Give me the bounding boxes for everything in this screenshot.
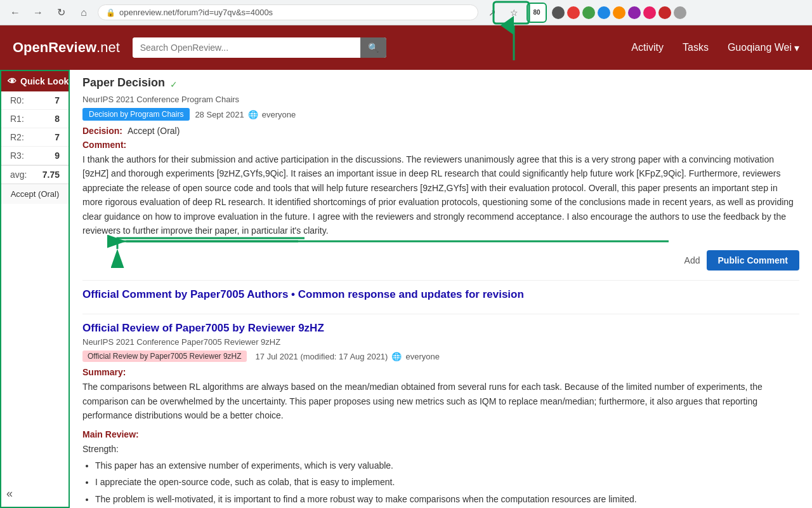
activity-link[interactable]: Activity — [631, 42, 664, 53]
search-bar: 🔍 — [133, 37, 386, 58]
globe-icon-decision: 🌐 — [248, 110, 258, 119]
quick-look-row-r3: R3: 9 — [1, 147, 69, 165]
comment-label: Comment: — [82, 140, 126, 150]
home-button[interactable]: ⌂ — [75, 4, 93, 22]
user-name: Guoqiang Wei — [728, 42, 792, 53]
address-text: openreview.net/forum?id=uy7qv&s=4000s — [119, 8, 273, 17]
quick-look-sidebar: 👁 Quick Look R0: 7 R1: 8 R2: 7 R3: 9 — [0, 70, 70, 508]
logo-bold: OpenReview — [13, 39, 96, 55]
r2-value: 7 — [55, 132, 60, 142]
r1-label: R1: — [10, 114, 24, 124]
decision-audience: everyone — [262, 110, 296, 119]
strength-list: This paper has an extensive number of ex… — [95, 458, 799, 506]
profile-circles — [552, 6, 686, 19]
address-bar[interactable]: 🔒 openreview.net/forum?id=uy7qv&s=4000s — [98, 4, 478, 20]
nav-links: Activity Tasks Guoqiang Wei ▾ — [631, 42, 799, 54]
official-review-meta: NeurIPS 2021 Conference Paper7005 Review… — [82, 337, 799, 347]
browser-actions: ↗ ☆ 80 — [483, 3, 547, 23]
collapse-sidebar-button[interactable]: « — [6, 487, 13, 500]
browser-chrome: ← → ↻ ⌂ 🔒 openreview.net/forum?id=uy7qv&… — [0, 0, 812, 25]
review-date: 17 Jul 2021 (modified: 17 Aug 2021) — [256, 352, 388, 361]
user-menu[interactable]: Guoqiang Wei ▾ — [728, 42, 799, 54]
official-comment-section: Official Comment by Paper7005 Authors • … — [82, 280, 799, 301]
decision-date: 28 Sept 2021 — [195, 110, 244, 119]
summary-text: The comparisons between RL algorithms ar… — [82, 380, 799, 422]
quick-look-rows: R0: 7 R1: 8 R2: 7 R3: 9 avg: 7.75 Accept… — [1, 91, 69, 204]
review-audience: everyone — [405, 352, 439, 361]
paper-decision-title: Paper Decision — [82, 76, 165, 90]
profile-circle-4 — [598, 6, 610, 19]
site-header: OpenReview.net 🔍 Activity Tasks Guoqiang… — [0, 25, 812, 70]
paper-decision-section: Paper Decision ✓ NeurIPS 2021 Conference… — [82, 76, 799, 237]
tasks-link[interactable]: Tasks — [683, 42, 709, 53]
summary-label: Summary: — [82, 367, 126, 377]
content-area: Paper Decision ✓ NeurIPS 2021 Conference… — [70, 70, 812, 508]
quick-look-avg-row: avg: 7.75 — [1, 165, 69, 184]
extension-button[interactable]: 80 — [527, 3, 547, 23]
profile-circle-9 — [674, 6, 686, 19]
strength-item-1: This paper has an extensive number of ex… — [95, 458, 799, 472]
quick-look-header: 👁 Quick Look — [1, 71, 69, 91]
profile-circle-8 — [658, 6, 671, 19]
comment-text: I thank the authors for their submission… — [82, 152, 799, 237]
main-container: 👁 Quick Look R0: 7 R1: 8 R2: 7 R3: 9 — [0, 70, 812, 508]
site-logo[interactable]: OpenReview.net — [13, 39, 120, 56]
public-comment-button[interactable]: Public Comment — [707, 250, 799, 271]
decision-value: Accept (Oral) — [128, 126, 180, 136]
reviewer-tag[interactable]: Official Review by Paper7005 Reviewer 9z… — [82, 351, 247, 362]
bookmark-button[interactable]: ☆ — [505, 4, 523, 22]
profile-circle-2 — [567, 6, 580, 19]
strength-label: Strength: — [82, 442, 799, 456]
profile-circle-7 — [643, 6, 656, 19]
back-button[interactable]: ← — [6, 4, 24, 22]
strength-item-3: The problem is well-motivated, it is imp… — [95, 492, 799, 506]
profile-circle-3 — [582, 6, 595, 19]
profile-circle-6 — [628, 6, 641, 19]
official-review-title[interactable]: Official Review of Paper7005 by Reviewer… — [82, 322, 799, 335]
avg-value: 7.75 — [43, 170, 60, 180]
quick-look-row-r0: R0: 7 — [1, 91, 69, 110]
official-comment-title[interactable]: Official Comment by Paper7005 Authors • … — [82, 288, 799, 301]
r2-label: R2: — [10, 132, 24, 142]
quick-look-row-r1: R1: 8 — [1, 110, 69, 128]
decision-meta: 28 Sept 2021 🌐 everyone — [195, 110, 296, 119]
lock-icon: 🔒 — [106, 8, 115, 17]
user-dropdown-icon: ▾ — [794, 42, 799, 54]
decision-label: Decision: — [82, 126, 122, 136]
quick-look-title: Quick Look — [20, 76, 69, 86]
avg-label: avg: — [10, 170, 27, 180]
official-review-section: Official Review of Paper7005 by Reviewer… — [82, 314, 799, 508]
paper-decision-subtitle: NeurIPS 2021 Conference Program Chairs — [82, 95, 799, 104]
profile-circle-5 — [613, 6, 625, 19]
share-button[interactable]: ↗ — [483, 4, 501, 22]
r3-label: R3: — [10, 150, 24, 161]
r3-value: 9 — [55, 150, 60, 161]
profile-circle-1 — [552, 6, 565, 19]
main-review-label: Main Review: — [82, 429, 799, 439]
r1-value: 8 — [55, 114, 60, 124]
verified-icon: ✓ — [170, 79, 178, 90]
add-comment-row: Add Public Comment — [82, 250, 799, 271]
search-button[interactable]: 🔍 — [360, 37, 386, 58]
reload-button[interactable]: ↻ — [52, 4, 70, 22]
add-label: Add — [684, 255, 700, 265]
quick-look-accept: Accept (Oral) — [1, 184, 69, 204]
decision-tag[interactable]: Decision by Program Chairs — [82, 108, 190, 121]
r0-value: 7 — [55, 95, 60, 105]
r0-label: R0: — [10, 95, 24, 105]
search-input[interactable] — [133, 37, 360, 58]
forward-button[interactable]: → — [29, 4, 47, 22]
quick-look-row-r2: R2: 7 — [1, 128, 69, 147]
logo-light: .net — [96, 39, 120, 55]
quick-look-icon: 👁 — [8, 76, 16, 86]
review-date-meta: 17 Jul 2021 (modified: 17 Aug 2021) 🌐 ev… — [256, 352, 440, 361]
strength-item-2: I appreciate the open-source code, such … — [95, 475, 799, 489]
globe-icon-review: 🌐 — [391, 352, 402, 361]
